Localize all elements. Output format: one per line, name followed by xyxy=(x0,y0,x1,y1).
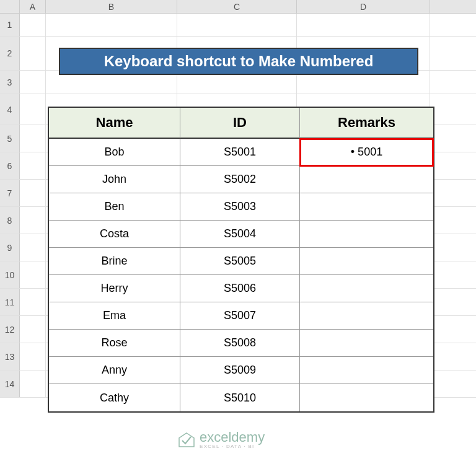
cell-C1[interactable] xyxy=(177,14,297,36)
cell-A8[interactable] xyxy=(20,207,46,234)
cell-remarks[interactable] xyxy=(300,193,433,221)
cell-id[interactable]: S5003 xyxy=(180,193,300,221)
row-header-11[interactable]: 11 xyxy=(0,289,20,315)
cell-id[interactable]: S5004 xyxy=(180,221,300,248)
col-header-A[interactable]: A xyxy=(20,0,46,13)
cell-id[interactable]: S5002 xyxy=(180,166,300,193)
header-remarks[interactable]: Remarks xyxy=(300,108,433,139)
spreadsheet-grid: A B C D 1 2 3 4 5 6 7 8 9 10 11 12 13 14… xyxy=(0,0,476,469)
cell-A2[interactable] xyxy=(20,37,46,70)
cell-A9[interactable] xyxy=(20,234,46,261)
cell-name[interactable]: Ben xyxy=(49,193,180,221)
row-header-5[interactable]: 5 xyxy=(0,125,20,152)
row-header-8[interactable]: 8 xyxy=(0,207,20,234)
table-row: Cathy S5010 xyxy=(49,384,433,411)
cell-id[interactable]: S5006 xyxy=(180,275,300,302)
watermark-main: exceldemy xyxy=(200,431,265,444)
row-header-4[interactable]: 4 xyxy=(0,94,20,125)
cell-A7[interactable] xyxy=(20,180,46,206)
col-header-B[interactable]: B xyxy=(46,0,177,13)
cell-name[interactable]: Brine xyxy=(49,248,180,275)
watermark-sub: EXCEL · DATA · BI xyxy=(200,444,265,449)
cell-name[interactable]: Herry xyxy=(49,275,180,302)
table-header-row: Name ID Remarks xyxy=(49,108,433,139)
cell-A1[interactable] xyxy=(20,14,46,36)
row-header-10[interactable]: 10 xyxy=(0,261,20,288)
row-header-7[interactable]: 7 xyxy=(0,180,20,206)
row-header-2[interactable]: 2 xyxy=(0,37,20,70)
col-header-D[interactable]: D xyxy=(297,0,430,13)
table-row: Anny S5009 xyxy=(49,357,433,384)
cell-remarks[interactable] xyxy=(300,302,433,330)
row-header-6[interactable]: 6 xyxy=(0,152,20,179)
table-row: Bob S5001 • 5001 xyxy=(49,139,433,166)
cell-A11[interactable] xyxy=(20,289,46,315)
column-headers: A B C D xyxy=(0,0,476,14)
cell-name[interactable]: Rose xyxy=(49,330,180,357)
table-row: Brine S5005 xyxy=(49,248,433,275)
cell-remarks[interactable] xyxy=(300,166,433,193)
row-header-13[interactable]: 13 xyxy=(0,343,20,370)
row-header-12[interactable]: 12 xyxy=(0,316,20,343)
cell-name[interactable]: Costa xyxy=(49,221,180,248)
cell-A6[interactable] xyxy=(20,152,46,179)
select-all-corner[interactable] xyxy=(0,0,20,13)
cell-A13[interactable] xyxy=(20,343,46,370)
cell-remarks[interactable] xyxy=(300,221,433,248)
cell-A5[interactable] xyxy=(20,125,46,152)
header-id[interactable]: ID xyxy=(180,108,300,139)
table-row: Ema S5007 xyxy=(49,302,433,330)
cell-A3[interactable] xyxy=(20,71,46,94)
table-row: Herry S5006 xyxy=(49,275,433,302)
cell-remarks[interactable] xyxy=(300,275,433,302)
table-row: Ben S5003 xyxy=(49,193,433,221)
cell-id[interactable]: S5009 xyxy=(180,357,300,384)
cell-A12[interactable] xyxy=(20,316,46,343)
row-header-14[interactable]: 14 xyxy=(0,370,20,397)
watermark: exceldemy EXCEL · DATA · BI xyxy=(177,431,265,449)
cell-remarks[interactable] xyxy=(300,384,433,411)
cell-remarks[interactable] xyxy=(300,248,433,275)
cell-D1[interactable] xyxy=(297,14,430,36)
data-table: Name ID Remarks Bob S5001 • 5001 John S5… xyxy=(48,107,434,413)
cell-A10[interactable] xyxy=(20,261,46,288)
header-name[interactable]: Name xyxy=(49,108,180,139)
cell-remarks-selected[interactable]: • 5001 xyxy=(300,139,433,166)
cell-remarks[interactable] xyxy=(300,357,433,384)
title-banner: Keyboard shortcut to Make Numbered xyxy=(59,48,418,75)
cell-A4[interactable] xyxy=(20,94,46,125)
table-row: Rose S5008 xyxy=(49,330,433,357)
cell-remarks[interactable] xyxy=(300,330,433,357)
col-header-C[interactable]: C xyxy=(177,0,297,13)
row-header-9[interactable]: 9 xyxy=(0,234,20,261)
row-header-1[interactable]: 1 xyxy=(0,14,20,36)
row-header-3[interactable]: 3 xyxy=(0,71,20,94)
cell-A14[interactable] xyxy=(20,370,46,397)
cell-id[interactable]: S5001 xyxy=(180,139,300,166)
cell-id[interactable]: S5008 xyxy=(180,330,300,357)
cell-name[interactable]: John xyxy=(49,166,180,193)
cell-B1[interactable] xyxy=(46,14,177,36)
cell-name[interactable]: Ema xyxy=(49,302,180,330)
cell-id[interactable]: S5005 xyxy=(180,248,300,275)
table-row: Costa S5004 xyxy=(49,221,433,248)
watermark-text: exceldemy EXCEL · DATA · BI xyxy=(200,431,265,449)
table-row: John S5002 xyxy=(49,166,433,193)
cell-name[interactable]: Cathy xyxy=(49,384,180,411)
exceldemy-logo-icon xyxy=(177,432,196,448)
cell-id[interactable]: S5010 xyxy=(180,384,300,411)
cell-id[interactable]: S5007 xyxy=(180,302,300,330)
cell-name[interactable]: Bob xyxy=(49,139,180,166)
cell-name[interactable]: Anny xyxy=(49,357,180,384)
